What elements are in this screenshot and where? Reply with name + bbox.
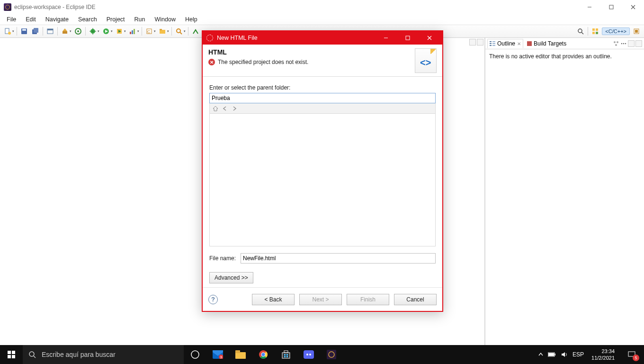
svg-rect-11 — [47, 29, 53, 30]
debug-icon[interactable] — [88, 26, 98, 36]
dialog-close-button[interactable] — [419, 32, 440, 44]
dialog-minimize-button[interactable] — [375, 32, 397, 44]
svg-point-5 — [8, 32, 11, 35]
dialog-maximize-button[interactable] — [397, 32, 419, 44]
build-dropdown[interactable]: ▾ — [70, 29, 72, 33]
new-html-file-dialog: New HTML File HTML ✕ The specified proje… — [202, 30, 443, 312]
tab-outline[interactable]: Outline ✕ — [487, 39, 523, 48]
folder-tree[interactable] — [209, 114, 436, 246]
svg-rect-42 — [490, 45, 492, 46]
chrome-icon[interactable] — [252, 345, 275, 364]
file-name-input[interactable] — [241, 253, 436, 264]
dialog-app-icon — [206, 35, 213, 41]
run-dropdown[interactable]: ▾ — [111, 29, 114, 33]
new-class-dropdown[interactable]: ▾ — [154, 29, 157, 33]
switch-editor-icon[interactable] — [45, 26, 55, 36]
view-menu-icon[interactable] — [620, 40, 627, 47]
dialog-footer: ? < Back Next > Finish Cancel — [203, 287, 442, 311]
new-folder-icon[interactable] — [157, 26, 168, 36]
dialog-titlebar[interactable]: New HTML File — [203, 31, 442, 45]
menu-help[interactable]: Help — [180, 15, 202, 24]
quick-search-icon[interactable] — [575, 26, 586, 36]
svg-rect-29 — [160, 29, 162, 30]
svg-point-15 — [77, 30, 79, 32]
notifications-icon[interactable]: 5 — [622, 345, 641, 364]
perspective-c-cpp[interactable]: <C/C++> — [602, 27, 630, 35]
svg-rect-103 — [284, 356, 286, 357]
coverage-icon[interactable] — [114, 26, 125, 36]
minimize-button[interactable] — [579, 0, 600, 14]
titlebar: eclipse-workspace - Eclipse IDE — [0, 0, 644, 14]
dialog-heading: HTML — [208, 48, 308, 56]
maximize-outline-icon[interactable] — [635, 40, 642, 47]
build-icon[interactable] — [60, 26, 70, 36]
close-button[interactable] — [622, 0, 644, 14]
svg-rect-111 — [555, 354, 555, 355]
home-icon[interactable] — [213, 106, 218, 111]
clock[interactable]: 23:34 11/2/2021 — [589, 348, 617, 361]
battery-icon[interactable] — [548, 352, 556, 357]
minimize-view-icon[interactable] — [469, 39, 476, 46]
profile-dropdown[interactable]: ▾ — [137, 29, 140, 33]
back-button[interactable]: < Back — [252, 294, 295, 305]
svg-line-33 — [581, 32, 583, 34]
cancel-button[interactable]: Cancel — [394, 294, 437, 305]
volume-icon[interactable] — [561, 351, 568, 358]
sort-icon[interactable] — [613, 40, 619, 47]
menu-file[interactable]: File — [2, 15, 21, 24]
svg-rect-81 — [8, 351, 11, 354]
close-tab-icon[interactable]: ✕ — [517, 41, 521, 46]
svg-rect-101 — [284, 354, 286, 355]
outline-panel: Outline ✕ Build Targets There is no acti… — [485, 38, 644, 345]
menu-run[interactable]: Run — [130, 15, 150, 24]
save-icon[interactable] — [19, 26, 29, 36]
coverage-dropdown[interactable]: ▾ — [124, 29, 127, 33]
perspective-extra-icon[interactable] — [631, 26, 642, 36]
next-button[interactable]: Next > — [299, 294, 342, 305]
svg-rect-35 — [596, 28, 598, 31]
menu-window[interactable]: Window — [150, 15, 180, 24]
mail-app-icon[interactable]: 3 — [206, 345, 229, 364]
search-icon[interactable] — [174, 26, 184, 36]
notif-badge: 5 — [633, 355, 639, 361]
search-dropdown[interactable]: ▾ — [184, 29, 187, 33]
cortana-icon[interactable] — [184, 345, 206, 364]
store-icon[interactable] — [275, 345, 297, 364]
menu-search[interactable]: Search — [73, 15, 102, 24]
eclipse-app-icon[interactable] — [320, 345, 343, 364]
menu-navigate[interactable]: Navigate — [41, 15, 73, 24]
language-indicator[interactable]: ESP — [572, 351, 584, 358]
discord-icon[interactable] — [297, 345, 320, 364]
menu-edit[interactable]: Edit — [21, 15, 41, 24]
new-icon[interactable] — [2, 26, 13, 36]
minimize-outline-icon[interactable] — [628, 40, 635, 47]
build-target-icon[interactable] — [73, 26, 83, 36]
advanced-button[interactable]: Advanced >> — [209, 272, 253, 283]
maximize-button[interactable] — [600, 0, 622, 14]
open-perspective-icon[interactable] — [590, 26, 600, 36]
menu-project[interactable]: Project — [102, 15, 130, 24]
debug-dropdown[interactable]: ▾ — [98, 29, 100, 33]
back-icon[interactable] — [222, 106, 228, 111]
explorer-icon[interactable] — [229, 345, 252, 364]
new-dropdown[interactable]: ▾ — [12, 29, 15, 33]
svg-marker-113 — [562, 352, 565, 357]
toggle-mark-icon[interactable] — [190, 26, 201, 36]
forward-icon[interactable] — [232, 106, 237, 111]
run-icon[interactable] — [101, 26, 111, 36]
finish-button[interactable]: Finish — [347, 294, 389, 305]
maximize-view-icon[interactable] — [477, 39, 483, 46]
new-class-icon[interactable]: C — [144, 26, 154, 36]
start-button[interactable] — [0, 345, 23, 364]
svg-rect-36 — [592, 32, 595, 34]
taskbar-search[interactable]: Escribe aquí para buscar — [23, 345, 184, 364]
profile-icon[interactable] — [127, 26, 138, 36]
help-icon[interactable]: ? — [208, 295, 218, 304]
dialog-title: New HTML File — [217, 35, 258, 41]
tray-chevron-icon[interactable] — [538, 352, 543, 357]
parent-folder-input[interactable] — [209, 93, 436, 103]
new-folder-dropdown[interactable]: ▾ — [167, 29, 170, 33]
save-all-icon[interactable] — [30, 26, 41, 36]
svg-point-50 — [621, 43, 622, 44]
tab-build-targets[interactable]: Build Targets — [525, 39, 568, 48]
